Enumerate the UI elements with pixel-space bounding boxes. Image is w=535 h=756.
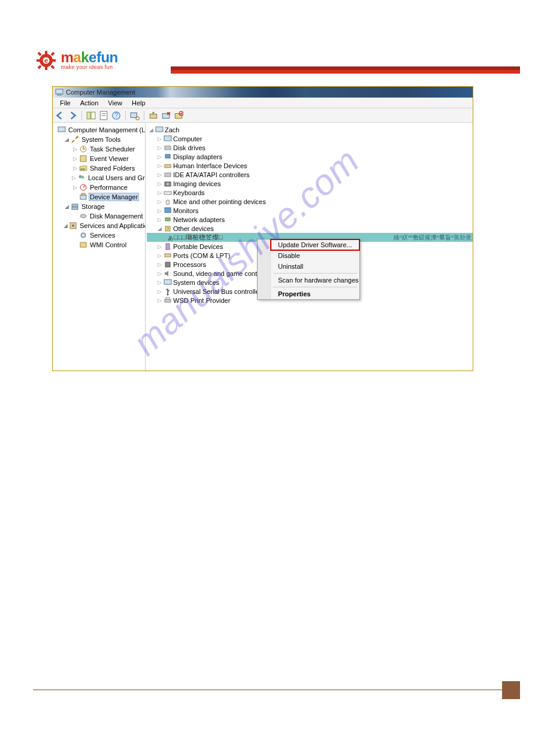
- properties-icon[interactable]: [99, 111, 108, 120]
- tree-storage[interactable]: ◢Storage: [54, 202, 145, 211]
- svg-rect-47: [164, 136, 171, 141]
- svg-rect-39: [72, 207, 78, 210]
- computer-icon: [155, 126, 164, 134]
- expand-icon[interactable]: ▷: [156, 199, 162, 205]
- device-display[interactable]: ▷Display adapters: [147, 152, 473, 161]
- hid-icon: [164, 162, 172, 170]
- app-icon: [55, 88, 64, 96]
- tools-icon: [71, 135, 79, 144]
- expand-icon[interactable]: ▷: [156, 145, 162, 151]
- device-hid[interactable]: ▷Human Interface Devices: [147, 161, 473, 170]
- disable-icon[interactable]: [174, 111, 183, 120]
- expand-icon[interactable]: ▷: [156, 172, 162, 178]
- device-root[interactable]: ◢Zach: [147, 125, 473, 134]
- svg-rect-12: [58, 94, 61, 95]
- svg-rect-2: [45, 66, 47, 70]
- tree-disk-management[interactable]: Disk Management: [54, 211, 145, 221]
- uninstall-icon[interactable]: [161, 111, 171, 120]
- menu-view[interactable]: View: [103, 99, 127, 107]
- menu-properties[interactable]: Properties: [271, 289, 359, 299]
- expand-icon[interactable]: ▷: [156, 208, 162, 214]
- expand-icon[interactable]: ▷: [156, 297, 162, 303]
- menu-action[interactable]: Action: [75, 99, 104, 107]
- expand-icon[interactable]: ▷: [156, 253, 162, 259]
- svg-rect-13: [87, 112, 90, 119]
- menu-scan[interactable]: Scan for hardware changes: [271, 275, 359, 286]
- expand-icon[interactable]: ▷: [72, 184, 78, 190]
- tree-services-apps[interactable]: ◢Services and Applications: [54, 221, 145, 230]
- nav-forward-icon[interactable]: [68, 111, 77, 120]
- device-other[interactable]: ◢?Other devices: [147, 224, 473, 233]
- expand-icon[interactable]: ▷: [72, 156, 78, 162]
- device-manager-icon: [79, 193, 87, 201]
- expand-icon[interactable]: ▷: [156, 244, 162, 250]
- menu-file[interactable]: File: [55, 99, 75, 107]
- svg-rect-46: [156, 127, 163, 132]
- svg-rect-11: [56, 89, 63, 94]
- tree-wmi-control[interactable]: WMI Control: [54, 240, 145, 250]
- performance-icon: [79, 183, 87, 192]
- tree-system-tools[interactable]: ◢System Tools: [54, 135, 145, 144]
- expand-icon[interactable]: ▷: [156, 181, 162, 187]
- ide-icon: [164, 171, 172, 179]
- expand-icon[interactable]: ▷: [156, 163, 162, 169]
- scan-icon[interactable]: [130, 111, 140, 120]
- expand-icon[interactable]: ▷: [156, 280, 162, 286]
- expand-icon[interactable]: ▷: [156, 217, 162, 223]
- expand-icon[interactable]: ▷: [156, 154, 162, 160]
- collapse-icon[interactable]: ◢: [148, 127, 154, 133]
- tree-event-viewer[interactable]: ▷Event Viewer: [54, 154, 145, 163]
- svg-rect-68: [165, 299, 171, 302]
- svg-rect-3: [37, 59, 40, 62]
- expand-icon[interactable]: ▷: [156, 271, 162, 277]
- svg-rect-22: [150, 114, 156, 118]
- other-icon: ?: [164, 224, 172, 233]
- menu-update-driver[interactable]: Update Driver Software...: [270, 239, 360, 251]
- device-computer[interactable]: ▷Computer: [147, 134, 473, 143]
- tree-local-users[interactable]: ▷Local Users and Groups: [54, 173, 145, 183]
- tree-shared-folders[interactable]: ▷Shared Folders: [54, 163, 145, 173]
- expand-icon[interactable]: ▷: [72, 146, 78, 152]
- tree-device-manager[interactable]: Device Manager: [54, 192, 145, 202]
- nav-back-icon[interactable]: [55, 111, 65, 120]
- help-icon[interactable]: ?: [111, 111, 121, 120]
- expand-icon[interactable]: ▷: [156, 136, 162, 142]
- tree-task-scheduler[interactable]: ▷Task Scheduler: [54, 144, 145, 154]
- svg-rect-1: [45, 51, 47, 54]
- expand-icon[interactable]: ▷: [156, 262, 162, 268]
- update-driver-icon[interactable]: [149, 111, 158, 120]
- svg-text:?: ?: [167, 226, 170, 232]
- tree-pane[interactable]: Computer Management (Local ◢System Tools…: [53, 123, 146, 371]
- expand-icon[interactable]: ▷: [72, 165, 78, 171]
- collapse-icon[interactable]: ◢: [64, 204, 69, 210]
- titlebar[interactable]: Computer Management: [53, 87, 473, 98]
- device-imaging[interactable]: ▷Imaging devices: [147, 179, 473, 188]
- collapse-icon[interactable]: ◢: [156, 226, 162, 232]
- device-disk-drives[interactable]: ▷Disk drives: [147, 143, 473, 152]
- svg-rect-55: [164, 192, 171, 195]
- menu-disable[interactable]: Disable: [271, 250, 359, 261]
- device-pane[interactable]: ◢Zach ▷Computer ▷Disk drives ▷Display ad…: [146, 123, 473, 371]
- device-monitors[interactable]: ▷Monitors: [147, 206, 473, 215]
- tree-performance[interactable]: ▷Performance: [54, 183, 145, 192]
- svg-rect-5: [37, 51, 41, 56]
- device-ide[interactable]: ▷IDE ATA/ATAPI controllers: [147, 170, 473, 179]
- menu-help[interactable]: Help: [127, 99, 150, 107]
- show-hide-tree-icon[interactable]: [86, 111, 96, 120]
- svg-point-31: [80, 168, 83, 171]
- device-mice[interactable]: ▷Mice and other pointing devices: [147, 197, 473, 206]
- svg-rect-45: [80, 242, 86, 247]
- collapse-icon[interactable]: ◢: [64, 136, 69, 142]
- menu-uninstall[interactable]: Uninstall: [271, 261, 359, 272]
- tree-services[interactable]: Services: [54, 230, 145, 240]
- device-network[interactable]: ▷Network adapters: [147, 215, 473, 224]
- gear-icon: e: [33, 45, 62, 74]
- expand-icon[interactable]: ▷: [72, 175, 76, 181]
- sound-icon: [164, 269, 172, 278]
- expand-icon[interactable]: ▷: [156, 289, 162, 294]
- collapse-icon[interactable]: ◢: [64, 223, 68, 229]
- device-keyboards[interactable]: ▷Keyboards: [147, 188, 473, 197]
- expand-icon[interactable]: ▷: [156, 190, 162, 196]
- cpu-icon: [164, 260, 172, 269]
- tree-root[interactable]: Computer Management (Local: [54, 125, 145, 135]
